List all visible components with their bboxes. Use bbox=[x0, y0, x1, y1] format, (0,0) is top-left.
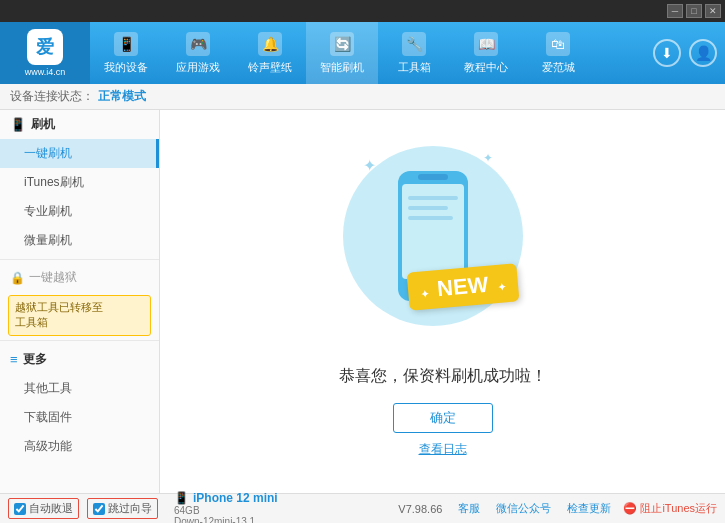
nav-apps-games-label: 应用游戏 bbox=[176, 60, 220, 75]
nav-tutorials-label: 教程中心 bbox=[464, 60, 508, 75]
more-section-icon: ≡ bbox=[10, 352, 18, 367]
micro-flash-label: 微量刷机 bbox=[24, 233, 72, 247]
skip-wizard-checkbox-container[interactable]: 跳过向导 bbox=[87, 498, 158, 519]
nav-items: 📱 我的设备 🎮 应用游戏 🔔 铃声壁纸 🔄 智能刷机 🔧 工具箱 📖 教程中心… bbox=[90, 22, 653, 84]
smart-flash-icon: 🔄 bbox=[330, 32, 354, 56]
stop-icon: ⛔ bbox=[623, 502, 637, 515]
sidebar-section-flash: 📱 刷机 bbox=[0, 110, 159, 139]
auto-close-checkbox[interactable] bbox=[14, 503, 26, 515]
tutorials-icon: 📖 bbox=[474, 32, 498, 56]
sidebar-item-itunes-flash[interactable]: iTunes刷机 bbox=[0, 168, 159, 197]
success-message: 恭喜您，保资料刷机成功啦！ bbox=[339, 366, 547, 387]
sidebar-item-other-tools[interactable]: 其他工具 bbox=[0, 374, 159, 403]
flash-section-label: 刷机 bbox=[31, 116, 55, 133]
status-value: 正常模式 bbox=[98, 88, 146, 105]
svg-rect-2 bbox=[418, 174, 448, 180]
svg-rect-6 bbox=[408, 216, 453, 220]
svg-rect-5 bbox=[408, 206, 448, 210]
nav-fashion-city-label: 爱范城 bbox=[542, 60, 575, 75]
jailbreak-notice: 越狱工具已转移至工具箱 bbox=[8, 295, 151, 336]
lock-icon: 🔒 bbox=[10, 271, 25, 285]
logo[interactable]: 爱 www.i4.cn bbox=[0, 22, 90, 84]
sidebar-item-advanced[interactable]: 高级功能 bbox=[0, 432, 159, 461]
pro-flash-label: 专业刷机 bbox=[24, 204, 72, 218]
ringtones-icon: 🔔 bbox=[258, 32, 282, 56]
download-button[interactable]: ⬇ bbox=[653, 39, 681, 67]
new-badge-text: NEW bbox=[436, 271, 489, 300]
skip-wizard-label: 跳过向导 bbox=[108, 501, 152, 516]
nav-toolbox-label: 工具箱 bbox=[398, 60, 431, 75]
device-info: 📱 iPhone 12 mini 64GB Down-12mini-13,1 bbox=[174, 491, 278, 524]
nav-fashion-city[interactable]: 🛍 爱范城 bbox=[522, 22, 594, 84]
window-controls[interactable]: ─ □ ✕ bbox=[667, 4, 721, 18]
wechat-link[interactable]: 微信公众号 bbox=[496, 501, 551, 516]
advanced-label: 高级功能 bbox=[24, 439, 72, 453]
nav-ringtones-label: 铃声壁纸 bbox=[248, 60, 292, 75]
minimize-button[interactable]: ─ bbox=[667, 4, 683, 18]
auto-close-checkbox-container[interactable]: 自动敗退 bbox=[8, 498, 79, 519]
confirm-button[interactable]: 确定 bbox=[393, 403, 493, 433]
sidebar-section-jailbreak: 🔒 一键越狱 bbox=[0, 264, 159, 291]
header: 爱 www.i4.cn 📱 我的设备 🎮 应用游戏 🔔 铃声壁纸 🔄 智能刷机 … bbox=[0, 22, 725, 84]
my-device-icon: 📱 bbox=[114, 32, 138, 56]
sidebar: 📱 刷机 一键刷机 iTunes刷机 专业刷机 微量刷机 🔒 一键越狱 越狱工具… bbox=[0, 110, 160, 493]
svg-rect-4 bbox=[408, 196, 458, 200]
illustration: ✦ ✦ NEW bbox=[343, 146, 543, 346]
logo-url: www.i4.cn bbox=[25, 67, 66, 77]
stop-itunes-label: 阻止iTunes运行 bbox=[640, 501, 717, 516]
nav-smart-flash-label: 智能刷机 bbox=[320, 60, 364, 75]
check-update-link[interactable]: 检查更新 bbox=[567, 501, 611, 516]
stop-itunes-button[interactable]: ⛔ 阻止iTunes运行 bbox=[623, 501, 717, 516]
bottom-left: 自动敗退 跳过向导 📱 iPhone 12 mini 64GB Down-12m… bbox=[8, 491, 398, 524]
nav-ringtones[interactable]: 🔔 铃声壁纸 bbox=[234, 22, 306, 84]
itunes-flash-label: iTunes刷机 bbox=[24, 175, 84, 189]
sparkle-top-left-icon: ✦ bbox=[363, 156, 376, 175]
one-key-flash-label: 一键刷机 bbox=[24, 146, 72, 160]
nav-right: ⬇ 👤 bbox=[653, 39, 717, 67]
device-storage: 64GB bbox=[174, 505, 278, 516]
sidebar-item-micro-flash[interactable]: 微量刷机 bbox=[0, 226, 159, 255]
device-model: Down-12mini-13,1 bbox=[174, 516, 278, 524]
user-button[interactable]: 👤 bbox=[689, 39, 717, 67]
toolbox-icon: 🔧 bbox=[402, 32, 426, 56]
sparkle-top-right-icon: ✦ bbox=[483, 151, 493, 165]
version-label: V7.98.66 bbox=[398, 503, 442, 515]
download-firmware-label: 下载固件 bbox=[24, 410, 72, 424]
nav-toolbox[interactable]: 🔧 工具箱 bbox=[378, 22, 450, 84]
apps-games-icon: 🎮 bbox=[186, 32, 210, 56]
nav-my-device[interactable]: 📱 我的设备 bbox=[90, 22, 162, 84]
sidebar-item-one-key-flash[interactable]: 一键刷机 bbox=[0, 139, 159, 168]
divider-1 bbox=[0, 259, 159, 260]
flash-section-icon: 📱 bbox=[10, 117, 26, 132]
nav-tutorials[interactable]: 📖 教程中心 bbox=[450, 22, 522, 84]
fashion-city-icon: 🛍 bbox=[546, 32, 570, 56]
other-tools-label: 其他工具 bbox=[24, 381, 72, 395]
sidebar-item-download-firmware[interactable]: 下载固件 bbox=[0, 403, 159, 432]
status-label: 设备连接状态： bbox=[10, 88, 94, 105]
device-icon: 📱 bbox=[174, 491, 189, 505]
maximize-button[interactable]: □ bbox=[686, 4, 702, 18]
device-name-text: iPhone 12 mini bbox=[193, 491, 278, 505]
nav-smart-flash[interactable]: 🔄 智能刷机 bbox=[306, 22, 378, 84]
status-bar: 设备连接状态： 正常模式 bbox=[0, 84, 725, 110]
content-area: ✦ ✦ NEW 恭喜您，保资料刷机成功啦！ 确定 bbox=[160, 110, 725, 493]
learn-log-link[interactable]: 查看日志 bbox=[419, 441, 467, 458]
phone-circle: ✦ ✦ NEW bbox=[343, 146, 523, 326]
sidebar-item-pro-flash[interactable]: 专业刷机 bbox=[0, 197, 159, 226]
device-name: 📱 iPhone 12 mini bbox=[174, 491, 278, 505]
divider-2 bbox=[0, 340, 159, 341]
title-bar: ─ □ ✕ bbox=[0, 0, 725, 22]
sidebar-section-more: ≡ 更多 bbox=[0, 345, 159, 374]
nav-my-device-label: 我的设备 bbox=[104, 60, 148, 75]
main-area: 📱 刷机 一键刷机 iTunes刷机 专业刷机 微量刷机 🔒 一键越狱 越狱工具… bbox=[0, 110, 725, 493]
more-section-label: 更多 bbox=[23, 351, 47, 368]
close-button[interactable]: ✕ bbox=[705, 4, 721, 18]
bottom-right: V7.98.66 客服 微信公众号 检查更新 bbox=[398, 501, 611, 516]
customer-service-link[interactable]: 客服 bbox=[458, 501, 480, 516]
skip-wizard-checkbox[interactable] bbox=[93, 503, 105, 515]
logo-icon: 爱 bbox=[27, 29, 63, 65]
nav-apps-games[interactable]: 🎮 应用游戏 bbox=[162, 22, 234, 84]
auto-close-label: 自动敗退 bbox=[29, 501, 73, 516]
jailbreak-label: 一键越狱 bbox=[29, 269, 77, 286]
bottom-bar: 自动敗退 跳过向导 📱 iPhone 12 mini 64GB Down-12m… bbox=[0, 493, 725, 523]
